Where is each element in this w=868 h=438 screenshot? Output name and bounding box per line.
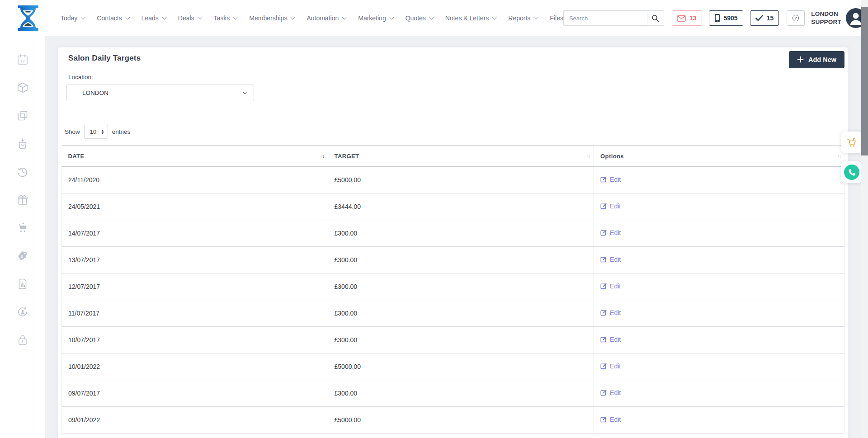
- date-cell: 13/07/2017: [62, 247, 328, 273]
- nav-item-quotes[interactable]: Quotes: [406, 14, 433, 22]
- envelope-icon: [677, 15, 686, 22]
- nav-label: Notes & Letters: [445, 14, 489, 22]
- options-cell: Edit: [594, 300, 844, 327]
- edit-button[interactable]: Edit: [600, 309, 621, 316]
- nav-item-notes-letters[interactable]: Notes & Letters: [445, 14, 496, 22]
- edit-button[interactable]: Edit: [600, 389, 621, 396]
- target-cell: £300.00: [328, 220, 594, 247]
- table-header-row: DATE ↑↓ TARGET ↑↓ Options ↑↓: [62, 146, 844, 167]
- edit-icon: [600, 176, 607, 183]
- nav-item-leads[interactable]: Leads: [142, 14, 166, 22]
- nav-item-memberships[interactable]: Memberships: [249, 14, 294, 22]
- nav-label: Files: [550, 14, 563, 22]
- help-button[interactable]: ?: [787, 10, 805, 26]
- table-row: 14/07/2017 £300.00 Edit: [62, 220, 844, 247]
- edit-button[interactable]: Edit: [600, 416, 621, 423]
- gift-icon[interactable]: [16, 193, 29, 207]
- package-icon[interactable]: [16, 81, 29, 94]
- edit-button[interactable]: Edit: [600, 203, 621, 210]
- column-header-date[interactable]: DATE ↑↓: [62, 146, 328, 167]
- cart-float-button[interactable]: [841, 132, 863, 153]
- spinner-icon: ▲▼: [101, 129, 104, 135]
- nav-item-files[interactable]: Files: [550, 14, 563, 22]
- nav-label: Contacts: [97, 14, 122, 22]
- options-cell: Edit: [594, 380, 844, 407]
- chevron-down-icon: [534, 15, 538, 19]
- show-entries-control: Show 10 ▲▼ entries: [65, 125, 844, 139]
- nav-item-today[interactable]: Today: [61, 14, 85, 22]
- options-cell: Edit: [594, 327, 844, 353]
- date-cell: 24/11/2020: [62, 167, 328, 193]
- target-cell: £300.00: [328, 273, 594, 300]
- target-cell: £5000.00: [328, 353, 594, 380]
- options-cell: Edit: [594, 220, 844, 247]
- table-row: 24/05/2021 £3444.00 Edit: [62, 193, 844, 220]
- cart-icon[interactable]: [16, 221, 29, 235]
- table-row: 12/07/2017 £300.00 Edit: [62, 273, 844, 300]
- search-button[interactable]: [647, 10, 664, 26]
- calendar-icon[interactable]: 12: [16, 53, 29, 66]
- scrollbar-thumb[interactable]: [861, 7, 868, 155]
- shopping-bag-icon[interactable]: [16, 137, 29, 151]
- chevron-down-icon: [198, 15, 202, 19]
- edit-button[interactable]: Edit: [600, 256, 621, 263]
- lock-icon[interactable]: [16, 333, 29, 347]
- table-row: 13/07/2017 £300.00 Edit: [62, 247, 844, 273]
- nav-item-marketing[interactable]: Marketing: [358, 14, 393, 22]
- edit-icon: [600, 363, 607, 369]
- options-cell: Edit: [594, 247, 844, 273]
- location-select[interactable]: LONDON: [66, 85, 254, 101]
- tasks-badge[interactable]: 15: [750, 10, 779, 26]
- chevron-down-icon: [291, 15, 295, 19]
- edit-icon: [600, 336, 607, 343]
- edit-button[interactable]: Edit: [600, 176, 621, 183]
- date-cell: 10/01/2022: [62, 353, 328, 380]
- phone-float-button[interactable]: [841, 161, 863, 183]
- hourglass-logo-icon[interactable]: [16, 5, 40, 31]
- options-cell: Edit: [594, 353, 844, 380]
- target-cell: £300.00: [328, 380, 594, 407]
- scrollbar-track[interactable]: [861, 0, 868, 438]
- price-tag-icon[interactable]: $: [16, 249, 29, 263]
- chevron-down-icon: [233, 15, 238, 19]
- page-size-select[interactable]: 10 ▲▼: [84, 125, 108, 139]
- history-icon[interactable]: [16, 165, 29, 179]
- nav-label: Reports: [508, 14, 530, 22]
- table-row: 10/07/2017 £300.00 Edit: [62, 327, 844, 353]
- entries-label: entries: [112, 128, 131, 135]
- chevron-down-icon: [81, 15, 85, 19]
- nav-item-automation[interactable]: Automation: [307, 14, 346, 22]
- nav-item-reports[interactable]: Reports: [508, 14, 538, 22]
- panel-body: Location: LONDON Show 10 ▲▼ entries: [58, 74, 848, 433]
- target-cell: £300.00: [328, 300, 594, 327]
- column-header-target[interactable]: TARGET ↑↓: [328, 146, 594, 167]
- edit-icon: [600, 309, 607, 316]
- column-header-options[interactable]: Options ↑↓: [594, 146, 844, 167]
- layers-icon[interactable]: [16, 109, 29, 122]
- date-cell: 24/05/2021: [62, 193, 328, 220]
- calls-badge[interactable]: 5905: [709, 10, 743, 26]
- edit-button[interactable]: Edit: [600, 336, 621, 343]
- options-cell: Edit: [594, 273, 844, 300]
- edit-button[interactable]: Edit: [600, 363, 621, 370]
- report-icon[interactable]: [16, 277, 29, 291]
- nav-item-contacts[interactable]: Contacts: [97, 14, 129, 22]
- nav-label: Deals: [178, 14, 194, 22]
- add-new-button[interactable]: Add New: [789, 51, 844, 68]
- client-sync-icon[interactable]: [16, 305, 29, 319]
- target-cell: £5000.00: [328, 407, 594, 433]
- edit-icon: [600, 203, 607, 209]
- nav-item-deals[interactable]: Deals: [178, 14, 202, 22]
- user-menu[interactable]: LONDON SUPPORT: [811, 8, 866, 28]
- edit-button[interactable]: Edit: [600, 283, 621, 290]
- nav-label: Automation: [307, 14, 339, 22]
- nav-item-tasks[interactable]: Tasks: [214, 14, 237, 22]
- chevron-down-icon: [162, 15, 166, 19]
- edit-button[interactable]: Edit: [600, 229, 621, 236]
- location-label: Location:: [68, 74, 844, 80]
- svg-text:$: $: [21, 254, 23, 259]
- phone-icon: [848, 169, 856, 176]
- messages-badge[interactable]: 13: [672, 10, 702, 26]
- nav-label: Leads: [142, 14, 159, 22]
- search-input[interactable]: [563, 10, 647, 26]
